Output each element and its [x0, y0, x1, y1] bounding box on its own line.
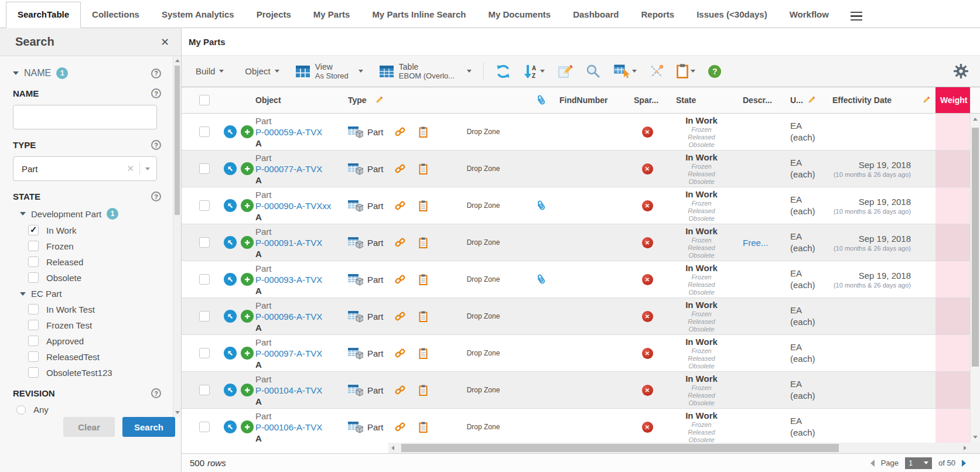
column-header-object[interactable]: Object: [255, 95, 346, 105]
clipboard-icon[interactable]: [419, 237, 428, 248]
drop-zone[interactable]: Drop Zone: [467, 423, 500, 431]
row-checkbox[interactable]: [199, 200, 210, 211]
clipboard-icon[interactable]: [419, 311, 428, 322]
sidebar-scrollbar[interactable]: [173, 56, 181, 417]
row-checkbox[interactable]: [199, 163, 210, 174]
name-input[interactable]: [13, 105, 157, 129]
add-item-icon[interactable]: [241, 273, 254, 286]
link-icon[interactable]: [395, 348, 405, 358]
nav-tab-workflow[interactable]: Workflow: [778, 9, 840, 28]
nav-tab-my-parts[interactable]: My Parts: [302, 9, 361, 28]
link-icon[interactable]: [395, 274, 405, 285]
close-icon[interactable]: ✕: [161, 36, 169, 49]
clipboard-icon[interactable]: [419, 126, 428, 138]
clipboard-icon[interactable]: [419, 200, 428, 211]
paperclip-icon[interactable]: [534, 95, 547, 105]
name-section-header[interactable]: NAME 1 ?: [13, 67, 170, 79]
edit-pencil-icon[interactable]: [375, 96, 383, 104]
edit-pencil-icon[interactable]: [922, 96, 930, 104]
column-header-spare[interactable]: Spar...: [627, 95, 668, 105]
row-checkbox[interactable]: [199, 311, 210, 321]
clipboard-icon[interactable]: [419, 422, 428, 433]
part-number-link[interactable]: P-000104-A-TVX: [255, 385, 322, 396]
nav-tab-system-analytics[interactable]: System Analytics: [151, 9, 245, 28]
state-option-obsoletetest123[interactable]: ObsoleteTest123: [28, 367, 170, 378]
build-menu[interactable]: Build: [196, 66, 224, 76]
row-checkbox[interactable]: [199, 385, 210, 395]
part-number-link[interactable]: P-000059-A-TVX: [255, 126, 322, 138]
view-selector[interactable]: View As Stored: [296, 62, 363, 81]
column-select-button[interactable]: [614, 64, 637, 78]
state-option-frozen[interactable]: Frozen: [28, 241, 170, 251]
select-all-checkbox[interactable]: [199, 95, 210, 105]
open-item-icon[interactable]: [224, 347, 237, 360]
scroll-left-icon[interactable]: [391, 446, 394, 450]
add-item-icon[interactable]: [241, 310, 254, 323]
sort-button[interactable]: AZ: [524, 64, 545, 79]
add-item-icon[interactable]: [241, 125, 254, 138]
clipboard-icon[interactable]: [419, 348, 428, 359]
chevron-down-icon[interactable]: [145, 167, 150, 170]
column-header-state[interactable]: State: [668, 95, 735, 105]
link-icon[interactable]: [395, 163, 405, 174]
checkbox[interactable]: [28, 272, 39, 283]
checkbox[interactable]: [28, 256, 39, 267]
add-item-icon[interactable]: [241, 199, 254, 212]
edit-button[interactable]: [558, 64, 573, 79]
drop-zone[interactable]: Drop Zone: [467, 238, 500, 247]
edit-pencil-icon[interactable]: [807, 96, 815, 104]
search-rows-button[interactable]: [586, 64, 601, 79]
horizontal-scrollbar[interactable]: [182, 443, 970, 453]
row-checkbox[interactable]: [199, 422, 210, 432]
open-item-icon[interactable]: [224, 273, 237, 286]
column-header-findnumber[interactable]: FindNumber: [551, 95, 627, 105]
part-number-link[interactable]: P-000097-A-TVX: [255, 348, 322, 359]
table-selector[interactable]: Table EBOM (Overlo...: [380, 62, 472, 81]
open-item-icon[interactable]: [224, 236, 237, 249]
part-number-link[interactable]: P-000077-A-TVX: [255, 163, 322, 175]
state-option-obsolete[interactable]: Obsolete: [28, 272, 170, 283]
state-option-in-work-test[interactable]: In Work Test: [28, 304, 170, 314]
checkbox[interactable]: [28, 367, 39, 378]
menu-hamburger-icon[interactable]: [851, 12, 862, 21]
nav-tab-dashboard[interactable]: Dashboard: [562, 9, 630, 28]
scroll-up-icon[interactable]: [175, 59, 180, 62]
row-checkbox[interactable]: [199, 348, 210, 358]
scroll-right-icon[interactable]: [964, 446, 967, 450]
clipboard-button[interactable]: [677, 64, 695, 78]
help-button[interactable]: ?: [708, 65, 721, 78]
checkbox[interactable]: [28, 225, 39, 235]
settings-button[interactable]: [954, 64, 968, 78]
help-icon[interactable]: ?: [151, 88, 161, 98]
clear-button[interactable]: Clear: [63, 417, 115, 437]
type-select[interactable]: Part ✕: [13, 156, 157, 181]
state-option-released[interactable]: Released: [28, 256, 170, 267]
nav-tab-my-parts-inline-search[interactable]: My Parts Inline Search: [361, 9, 477, 28]
object-menu[interactable]: Object: [245, 66, 279, 76]
open-item-icon[interactable]: [224, 384, 237, 396]
previous-page-icon[interactable]: [870, 460, 875, 467]
nav-tab-searchtable[interactable]: SearchTable: [6, 2, 81, 28]
clipboard-icon[interactable]: [419, 385, 428, 396]
attachment-paperclip-icon[interactable]: [534, 199, 547, 213]
state-option-frozen-test[interactable]: Frozen Test: [28, 320, 170, 330]
add-item-icon[interactable]: [241, 347, 254, 360]
column-header-uom[interactable]: U...: [785, 95, 829, 105]
drop-zone[interactable]: Drop Zone: [467, 128, 500, 136]
add-item-icon[interactable]: [241, 420, 254, 433]
state-option-releasedtest[interactable]: ReleasedTest: [28, 351, 170, 362]
add-item-icon[interactable]: [241, 384, 254, 396]
row-checkbox[interactable]: [199, 126, 210, 137]
state-option-in-work[interactable]: In Work: [28, 225, 170, 235]
column-header-descr[interactable]: Descr...: [735, 95, 785, 105]
state-option-approved[interactable]: Approved: [28, 336, 170, 346]
checkbox[interactable]: [28, 336, 39, 346]
clear-type-icon[interactable]: ✕: [127, 163, 134, 174]
scrollbar-thumb[interactable]: [401, 444, 839, 452]
search-button[interactable]: Search: [122, 417, 175, 437]
drop-zone[interactable]: Drop Zone: [467, 386, 500, 394]
drop-zone[interactable]: Drop Zone: [467, 275, 500, 283]
disconnect-button[interactable]: [650, 64, 664, 78]
nav-tab-collections[interactable]: Collections: [81, 9, 151, 28]
checkbox[interactable]: [28, 304, 39, 314]
